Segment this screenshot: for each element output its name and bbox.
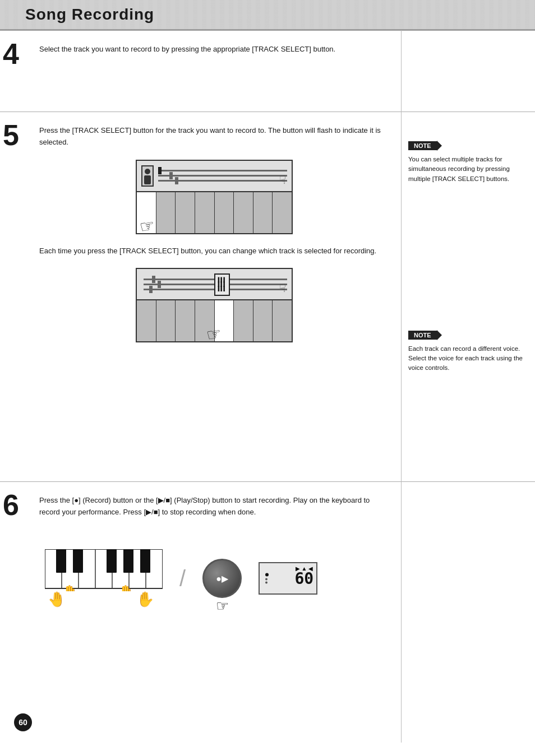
wk2-7	[253, 300, 273, 341]
fader-h-2	[158, 281, 161, 288]
svg-rect-10	[73, 549, 83, 573]
page-header: Song Recording	[0, 0, 535, 30]
step4-number: 4	[3, 38, 19, 70]
lcd-dot3	[265, 582, 268, 584]
illustration1: ☟ ☞	[136, 160, 293, 234]
note-badge-1: NOTE	[408, 141, 437, 150]
svg-rect-13	[140, 549, 150, 573]
hand-icon-1: ☟	[279, 173, 286, 187]
svg-rect-11	[107, 549, 117, 573]
fader-row-2	[158, 175, 287, 177]
wk2-2	[156, 300, 176, 341]
illustration1-wrap: ☟ ☞	[39, 160, 389, 234]
keyboard-illus: 🤚 🤚 🤚 🤚	[45, 549, 163, 608]
transport-button-icon: ●▶	[202, 559, 242, 598]
fader-h-1	[152, 276, 155, 283]
hand-icon-2: ☟	[279, 281, 286, 295]
step4-section: 4 Select the track you want to record to…	[0, 30, 535, 112]
step6-text: Press the [●] (Record) button or the [▶/…	[39, 492, 389, 521]
piano-keys-2: ☞	[136, 300, 293, 342]
wk-2	[156, 192, 176, 233]
step4-content: Select the track you want to record to b…	[34, 31, 400, 64]
step5-notes-col: NOTE You can select multiple tracks for …	[400, 112, 535, 379]
step6-section: 6 Press the [●] (Record) button or the […	[0, 481, 535, 638]
fader-h-3	[149, 286, 153, 293]
lcd-dot2	[265, 578, 268, 581]
wk2-3	[176, 300, 195, 341]
step5-number: 5	[3, 119, 19, 151]
step5-text-bottom: Each time you press the [TRACK SELECT] b…	[39, 243, 389, 260]
wk-7	[253, 192, 273, 233]
note-arrow-1	[437, 141, 442, 151]
fader-handle-1-selected	[158, 167, 162, 174]
fader-handle-3	[175, 177, 178, 184]
profile-icon-1	[141, 165, 154, 187]
transport-hand: ☞	[216, 597, 229, 615]
wk-6	[234, 192, 253, 233]
step6-illustrations: 🤚 🤚 🤚 🤚 / ●▶	[39, 538, 389, 619]
note2-text: Each track can record a different voice.…	[408, 344, 527, 373]
slash-icon: /	[179, 566, 186, 591]
fader-handle-2	[169, 172, 173, 179]
svg-rect-12	[123, 549, 133, 573]
svg-rect-1	[144, 175, 151, 184]
svg-point-0	[145, 169, 150, 174]
right-hand-icon: 🤚	[136, 591, 154, 608]
step6-content: Press the [●] (Record) button or the [▶/…	[34, 482, 400, 625]
step4-notes	[400, 31, 535, 42]
fader-row-3	[158, 180, 287, 182]
wk2-8	[273, 300, 292, 341]
wk-8	[273, 192, 292, 233]
lcd-number: 60	[294, 569, 313, 588]
wk-5	[215, 192, 234, 233]
transport-illus: ●▶ ☞	[202, 559, 242, 598]
page-title: Song Recording	[25, 6, 154, 24]
wk-3	[176, 192, 195, 233]
step5-text-top: Press the [TRACK SELECT] button for the …	[39, 122, 389, 151]
wk2-1	[137, 300, 156, 341]
piano-keys-1: ☞	[136, 192, 293, 234]
lcd-left-area	[265, 573, 269, 584]
wk2-6	[234, 300, 253, 341]
note-badge-2: NOTE	[408, 331, 437, 340]
step6-number-col: 6	[0, 482, 34, 520]
svg-rect-9	[56, 549, 66, 573]
record-play-icon: ●▶	[216, 573, 228, 584]
illustration2: ▌▌▌▌▌▌▌▌▌ ☟	[136, 268, 293, 342]
fader-lines-1	[137, 165, 292, 186]
illustration2-wrap: ▌▌▌▌▌▌▌▌▌ ☟	[39, 268, 389, 342]
lcd-arrows: ▶ ▲ ◀	[296, 565, 313, 572]
note-badge-2-wrap: NOTE	[408, 330, 527, 340]
fader-row-1	[158, 170, 287, 171]
selected-fader-block: ▌▌▌▌▌▌▌▌▌	[214, 273, 230, 296]
step5-section: 5 Press the [TRACK SELECT] button for th…	[0, 112, 535, 481]
page-number-badge: 60	[14, 713, 32, 731]
mixer-display-1: ☟	[136, 160, 293, 192]
lcd-dot1	[265, 573, 269, 577]
lcd-display-illus: ▶ ▲ ◀ 60	[259, 562, 317, 595]
hand-icons: 🤚 🤚	[45, 591, 157, 608]
note-arrow-2	[437, 330, 442, 340]
svg-text:🤚: 🤚	[115, 584, 136, 591]
step4-text: Select the track you want to record to b…	[39, 41, 389, 58]
note1-text: You can select multiple tracks for simul…	[408, 155, 527, 184]
left-hand-icon: 🤚	[48, 591, 66, 608]
mixer-display-2: ▌▌▌▌▌▌▌▌▌ ☟	[136, 268, 293, 300]
step6-number: 6	[3, 489, 19, 521]
keyboard-svg: 🤚 🤚	[45, 549, 163, 591]
step5-number-col: 5	[0, 112, 34, 150]
step5-content: Press the [TRACK SELECT] button for the …	[34, 112, 400, 356]
wk-4	[195, 192, 215, 233]
note-badge-1-wrap: NOTE	[408, 140, 527, 150]
step4-number-col: 4	[0, 31, 34, 68]
